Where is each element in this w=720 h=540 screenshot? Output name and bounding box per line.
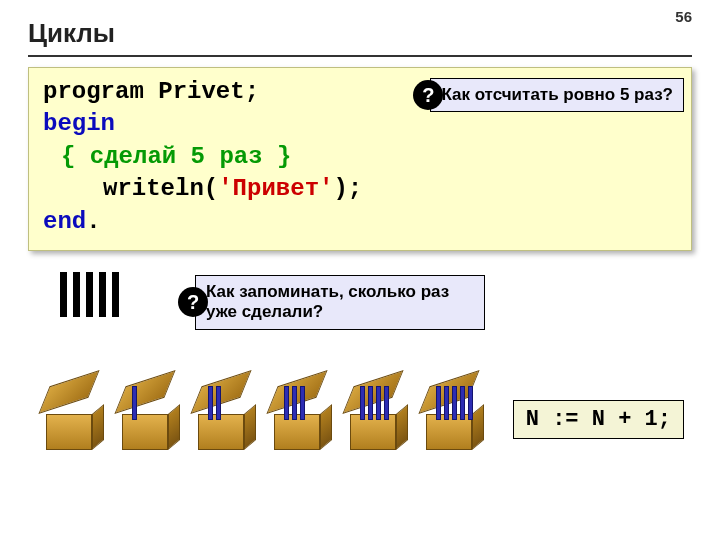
- code-line-4: writeln('Привет');: [43, 173, 677, 205]
- box-side: [320, 404, 332, 450]
- callout-count-5: ? Как отсчитать ровно 5 раз?: [430, 78, 684, 112]
- stick: [216, 386, 221, 420]
- box-sticks: [132, 386, 137, 420]
- stick: [284, 386, 289, 420]
- stick: [376, 386, 381, 420]
- code-close: );: [333, 175, 362, 202]
- tally-mark: [60, 272, 67, 317]
- code-line-2: begin: [43, 108, 677, 140]
- title-rule: [28, 55, 692, 57]
- tally-marks: [60, 272, 119, 317]
- box-side: [472, 404, 484, 450]
- counter-box: [418, 380, 480, 450]
- box-sticks: [436, 386, 473, 420]
- kw-end: end: [43, 208, 86, 235]
- tally-mark: [73, 272, 80, 317]
- code-dot: .: [86, 208, 100, 235]
- box-lid: [38, 370, 99, 414]
- stick: [368, 386, 373, 420]
- box-side: [168, 404, 180, 450]
- code-line-3-comment: { сделай 5 раз }: [43, 141, 677, 173]
- box-front: [122, 414, 168, 450]
- box-side: [244, 404, 256, 450]
- callout-remember: ? Как запоминать, сколько раз уже сделал…: [195, 275, 485, 330]
- stick: [460, 386, 465, 420]
- kw-program: program: [43, 78, 144, 105]
- counter-box: [190, 380, 252, 450]
- slide-title: Циклы: [28, 18, 692, 49]
- box-sticks: [208, 386, 221, 420]
- stick: [436, 386, 441, 420]
- stick: [452, 386, 457, 420]
- boxes-row: [38, 380, 480, 450]
- increment-formula: N := N + 1;: [513, 400, 684, 439]
- box-front: [46, 414, 92, 450]
- box-sticks: [284, 386, 305, 420]
- stick: [300, 386, 305, 420]
- box-sticks: [360, 386, 389, 420]
- stick: [132, 386, 137, 420]
- counter-box: [114, 380, 176, 450]
- stick: [360, 386, 365, 420]
- question-icon: ?: [178, 287, 208, 317]
- tally-mark: [99, 272, 106, 317]
- box-side: [92, 404, 104, 450]
- stick: [292, 386, 297, 420]
- box-front: [198, 414, 244, 450]
- counter-box: [342, 380, 404, 450]
- tally-mark: [86, 272, 93, 317]
- question-icon: ?: [413, 80, 443, 110]
- page-number: 56: [675, 8, 692, 25]
- box-side: [396, 404, 408, 450]
- counter-box: [266, 380, 328, 450]
- box-lid: [190, 370, 251, 414]
- counter-box: [38, 380, 100, 450]
- code-progname: Privet;: [144, 78, 259, 105]
- callout-2-text: Как запоминать, сколько раз уже сделали?: [206, 282, 449, 321]
- tally-mark: [112, 272, 119, 317]
- stick: [468, 386, 473, 420]
- box-lid: [114, 370, 175, 414]
- stick: [384, 386, 389, 420]
- stick: [208, 386, 213, 420]
- code-line-5: end.: [43, 206, 677, 238]
- code-writeln: writeln(: [103, 175, 218, 202]
- code-string: 'Привет': [218, 175, 333, 202]
- callout-1-text: Как отсчитать ровно 5 раз?: [441, 85, 673, 104]
- stick: [444, 386, 449, 420]
